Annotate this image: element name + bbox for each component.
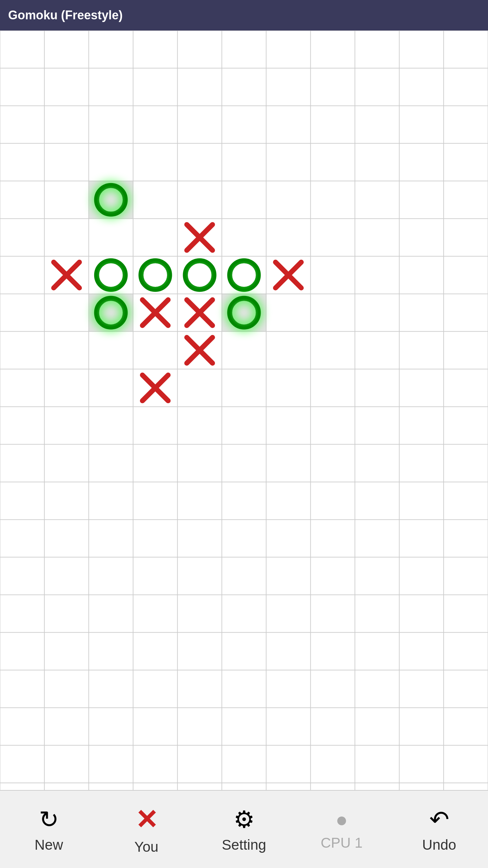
undo-icon: ↶ [429,806,449,833]
new-icon: ↻ [39,806,59,833]
title-bar: Gomoku (Freestyle) [0,0,488,31]
new-button[interactable]: ↻ New [0,791,98,868]
setting-icon: ⚙ [233,806,255,833]
app-title: Gomoku (Freestyle) [8,8,123,22]
you-icon: ✕ [135,804,158,835]
you-label: You [135,839,159,855]
undo-label: Undo [422,837,456,853]
you-button[interactable]: ✕ You [98,791,195,868]
new-label: New [35,837,63,853]
setting-button[interactable]: ⚙ Setting [195,791,293,868]
undo-button[interactable]: ↶ Undo [390,791,488,868]
setting-label: Setting [222,837,266,853]
cpu-icon: ● [336,808,348,831]
cpu-button[interactable]: ● CPU 1 [293,791,390,868]
cpu-label: CPU 1 [321,835,363,851]
bottom-bar: ↻ New ✕ You ⚙ Setting ● CPU 1 ↶ Undo [0,790,488,868]
game-board[interactable] [0,31,488,821]
